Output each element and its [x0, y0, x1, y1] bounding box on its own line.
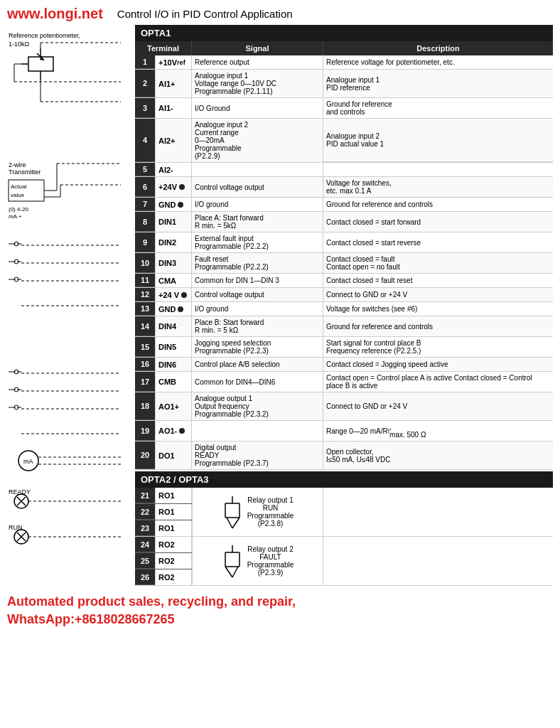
- desc-cell: Contact closed = Jogging speed active: [323, 358, 553, 371]
- terminal-cell: DIN2: [155, 232, 192, 252]
- signal-cell: External fault inputProgrammable (P2.2.2…: [192, 232, 323, 252]
- desc-cell: Contact closed = fault reset: [323, 274, 553, 287]
- row-num: 6: [135, 177, 155, 197]
- table-row: 10 DIN3 Fault resetProgrammable (P2.2.2)…: [135, 253, 553, 274]
- table-row: 15 DIN5 Jogging speed selectionProgramma…: [135, 337, 553, 358]
- svg-line-79: [232, 567, 238, 577]
- signal-cell: Analogue input 2Current range0—20mAProgr…: [192, 119, 323, 162]
- header: www.longi.net Control I/O in PID Control…: [0, 0, 560, 25]
- footer-line1: Automated product sales, recycling, and …: [7, 594, 296, 609]
- footer: Automated product sales, recycling, and …: [0, 586, 560, 632]
- row-num: 8: [135, 212, 155, 232]
- description-col-header: Description: [323, 41, 553, 55]
- desc-cell: Range 0—20 mA/RI,max. 500 Ω: [323, 421, 553, 441]
- relay2-row24: 24 RO2: [135, 537, 192, 553]
- row-num: 19: [135, 421, 155, 441]
- desc-cell: Voltage for switches,etc. max 0.1 A: [323, 177, 553, 197]
- row-num: 15: [135, 337, 155, 357]
- svg-line-78: [225, 567, 232, 577]
- relay2-row25: 25 RO2: [135, 553, 192, 569]
- signal-cell: Place A: Start forwardR min. = 5kΩ: [192, 212, 323, 232]
- svg-text:Actual: Actual: [11, 183, 26, 190]
- signal-cell: Reference output: [192, 55, 323, 69]
- signal-cell: Fault resetProgrammable (P2.2.2): [192, 253, 323, 273]
- terminal-cell: CMB: [155, 372, 192, 392]
- table-row: 19 AO1- Range 0—20 mA/RI,max. 500 Ω: [135, 421, 553, 441]
- relay-symbol: [222, 493, 243, 532]
- row-num: 4: [135, 119, 155, 162]
- row-num: 22: [135, 504, 155, 520]
- wiring-diagram: Reference potentiometer,1-10kΩ 2-wire Tr…: [7, 25, 135, 586]
- signal-cell: Control voltage output: [192, 288, 323, 301]
- relay2-signal: Relay output 2FAULTProgrammable(P2.3.9): [192, 537, 323, 585]
- signal-cell: Common for DIN 1—DIN 3: [192, 274, 323, 287]
- row-num: 12: [135, 288, 155, 301]
- table-row: 9 DIN2 External fault inputProgrammable …: [135, 232, 553, 253]
- terminal-cell: AO1+: [155, 392, 192, 420]
- table-row: 5 AI2-: [135, 163, 553, 177]
- relay1-signal: Relay output 1RUNProgrammable(P2.3.8): [192, 488, 323, 536]
- terminal-cell: RO2: [155, 537, 192, 552]
- row-num: 20: [135, 441, 155, 469]
- table-row: 7 GND I/O ground Ground for reference an…: [135, 198, 553, 212]
- relay2-desc: [323, 537, 553, 585]
- terminal-cell: AI2-: [155, 163, 192, 176]
- desc-cell: Contact closed = faultContact open = no …: [323, 253, 553, 273]
- signal-cell: [192, 163, 323, 176]
- terminal-cell: RO1: [155, 520, 192, 536]
- row-num: 3: [135, 98, 155, 118]
- opta1-header: OPTA1: [135, 25, 553, 41]
- terminal-cell: DIN5: [155, 337, 192, 357]
- terminal-cell: AO1-: [155, 421, 192, 441]
- terminal-col-header: Terminal: [135, 41, 192, 55]
- diagram-svg: 2-wire Transmitter Actual value (0) 4-20…: [7, 25, 135, 558]
- terminal-cell: RO1: [155, 488, 192, 503]
- svg-line-71: [227, 518, 232, 528]
- table-row: 12 +24 V Control voltage output Connect …: [135, 288, 553, 302]
- relay1-row22: 22 RO1: [135, 504, 192, 520]
- row-num: 14: [135, 316, 155, 336]
- signal-cell: I/O ground: [192, 198, 323, 211]
- desc-cell: [323, 163, 553, 176]
- terminal-cell: DO1: [155, 441, 192, 469]
- table-row: 20 DO1 Digital outputREADYProgrammable (…: [135, 441, 553, 470]
- svg-line-72: [232, 518, 239, 528]
- terminal-cell: RO2: [155, 569, 192, 585]
- desc-cell: Voltage for switches (see #6): [323, 302, 553, 316]
- table-row: 1 +10Vref Reference output Reference vol…: [135, 55, 553, 70]
- row-num: 18: [135, 392, 155, 420]
- row-num: 11: [135, 274, 155, 287]
- svg-text:value: value: [11, 192, 25, 198]
- svg-text:(0) 4-20: (0) 4-20: [9, 206, 29, 213]
- terminal-cell: CMA: [155, 274, 192, 287]
- relay-symbol: [222, 542, 243, 581]
- terminal-cell: GND: [155, 302, 192, 316]
- terminal-cell: AI1-: [155, 98, 192, 118]
- row-num: 2: [135, 70, 155, 97]
- table-row: 6 +24V Control voltage output Voltage fo…: [135, 177, 553, 198]
- desc-cell: Contact closed = start forward: [323, 212, 553, 232]
- terminal-cell: RO2: [155, 553, 192, 569]
- row-num: 5: [135, 163, 155, 176]
- desc-cell: Connect to GND or +24 V: [323, 288, 553, 301]
- svg-text:mA: mA: [23, 458, 33, 465]
- terminal-cell: +10Vref: [155, 55, 192, 69]
- relay1-row21: 21 RO1: [135, 488, 192, 504]
- terminal-cell: AI2+: [155, 119, 192, 162]
- relay2-block: 24 RO2 25 RO2 26 RO2: [135, 537, 553, 586]
- desc-cell: Ground for reference and controls: [323, 316, 553, 336]
- table-row: 14 DIN4 Place B: Start forwardR min. = 5…: [135, 316, 553, 337]
- table-row: 11 CMA Common for DIN 1—DIN 3 Contact cl…: [135, 274, 553, 288]
- signal-cell: Analogue output 1Output frequencyProgram…: [192, 392, 323, 420]
- column-headers: Terminal Signal Description: [135, 41, 553, 55]
- row-num: 9: [135, 232, 155, 252]
- desc-cell: Start signal for control place BFrequenc…: [323, 337, 553, 357]
- terminal-cell: DIN4: [155, 316, 192, 336]
- desc-cell: Analogue input 1PID reference: [323, 70, 553, 97]
- signal-cell: Place B: Start forwardR min. = 5 kΩ: [192, 316, 323, 336]
- table-row: 17 CMB Common for DIN4—DIN6 Contact open…: [135, 372, 553, 392]
- desc-cell: Contact open = Control place A is active…: [323, 372, 553, 392]
- row-num: 13: [135, 302, 155, 316]
- row-num: 10: [135, 253, 155, 273]
- row-num: 1: [135, 55, 155, 69]
